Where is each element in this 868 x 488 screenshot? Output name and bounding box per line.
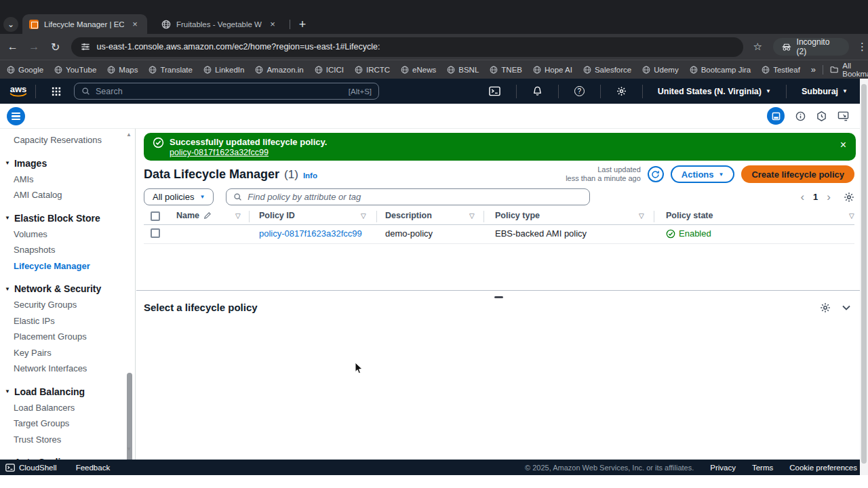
bookmark-item[interactable]: Amazon.in — [255, 66, 303, 74]
bookmark-item[interactable]: Testleaf — [762, 66, 800, 74]
cookie-preferences-link[interactable]: Cookie preferences — [789, 464, 857, 472]
new-tab-button[interactable]: + — [294, 16, 311, 33]
feedback-link[interactable]: Feedback — [76, 464, 111, 472]
tab-search-button[interactable]: ⌄ — [3, 17, 18, 32]
column-header-policy-id[interactable]: Policy ID — [259, 211, 295, 220]
back-button[interactable]: ← — [4, 38, 22, 56]
column-header-description[interactable]: Description — [385, 211, 432, 220]
sidebar-section-elastic-block-store[interactable]: ▼Elastic Block Store — [0, 210, 135, 226]
sidebar-item-lifecycle-manager[interactable]: Lifecycle Manager — [0, 258, 135, 274]
all-bookmarks-button[interactable]: All Bookmarks — [830, 62, 868, 78]
column-header-name[interactable]: Name — [176, 211, 212, 220]
account-menu[interactable]: Subburaj▼ — [793, 87, 856, 96]
sidebar-item-amis[interactable]: AMIs — [0, 171, 135, 188]
create-lifecycle-policy-button[interactable]: Create lifecycle policy — [741, 165, 854, 183]
incognito-badge[interactable]: Incognito (2) — [773, 38, 849, 56]
bookmark-item[interactable]: TNEB — [490, 66, 522, 74]
current-page[interactable]: 1 — [813, 192, 818, 202]
bookmark-item[interactable]: eNews — [401, 66, 436, 74]
help-button[interactable]: ? — [566, 86, 593, 96]
reload-button[interactable]: ↻ — [47, 38, 64, 56]
scroll-up-icon[interactable]: ▲ — [126, 131, 132, 138]
bookmark-item[interactable]: YouTube — [54, 66, 96, 74]
sidebar-toggle-button[interactable] — [7, 107, 25, 125]
sidebar-item-key-pairs[interactable]: Key Pairs — [0, 345, 135, 361]
actions-button[interactable]: Actions▼ — [671, 165, 735, 183]
column-filter-icon[interactable]: ▽ — [469, 212, 475, 220]
services-menu-button[interactable] — [43, 87, 70, 96]
sidebar-item-placement-groups[interactable]: Placement Groups — [0, 329, 135, 345]
row-checkbox[interactable] — [151, 228, 160, 238]
bookmark-item[interactable]: BSNL — [447, 66, 479, 74]
info-button[interactable] — [795, 111, 806, 121]
policy-filter-input[interactable] — [248, 192, 583, 202]
bookmark-item[interactable]: Translate — [149, 66, 193, 74]
column-header-policy-state[interactable]: Policy state — [666, 211, 713, 220]
site-info-icon[interactable] — [81, 42, 90, 52]
forward-button[interactable]: → — [26, 38, 43, 56]
column-filter-icon[interactable]: ▽ — [849, 212, 854, 220]
table-row[interactable]: policy-0817f1623a32fcc99 demo-policy EBS… — [144, 226, 854, 244]
bookmarks-overflow-icon[interactable]: » — [811, 64, 816, 75]
scrollbar-thumb[interactable] — [861, 84, 867, 464]
column-filter-icon[interactable]: ▽ — [361, 212, 366, 220]
sidebar-item-target-groups[interactable]: Target Groups — [0, 415, 135, 432]
panel-preferences-gear-icon[interactable] — [820, 302, 831, 313]
refresh-button[interactable] — [648, 166, 664, 182]
split-panel-drag-handle[interactable] — [494, 296, 503, 298]
bookmark-item[interactable]: IRCTC — [355, 66, 390, 74]
column-filter-icon[interactable]: ▽ — [639, 212, 644, 220]
aws-logo[interactable]: aws — [8, 85, 28, 98]
previous-page-button[interactable]: ‹ — [800, 191, 804, 203]
sidebar-item-network-interfaces[interactable]: Network Interfaces — [0, 361, 135, 377]
bookmark-item[interactable]: Bootcamp Jira — [690, 66, 751, 74]
sidebar-section-images[interactable]: ▼Images — [0, 155, 135, 171]
split-panel-button[interactable] — [767, 107, 785, 125]
panel-collapse-chevron-icon[interactable] — [842, 305, 850, 310]
terms-link[interactable]: Terms — [752, 464, 773, 472]
policy-filter-box[interactable] — [226, 188, 590, 205]
scroll-down-icon[interactable]: ▼ — [126, 446, 132, 452]
sidebar-item-elastic-ips[interactable]: Elastic IPs — [0, 313, 135, 329]
aws-search-box[interactable]: [Alt+S] — [74, 83, 379, 100]
select-all-checkbox[interactable] — [151, 211, 160, 221]
address-bar[interactable]: us-east-1.console.aws.amazon.com/ec2/hom… — [71, 37, 744, 57]
bookmark-item[interactable]: Google — [7, 66, 43, 74]
column-header-policy-type[interactable]: Policy type — [495, 211, 540, 220]
sidebar-item-security-groups[interactable]: Security Groups — [0, 297, 135, 313]
sidebar-item-ami-catalog[interactable]: AMI Catalog — [0, 187, 135, 203]
page-scrollbar[interactable] — [860, 79, 868, 475]
sidebar-section-load-balancing[interactable]: ▼Load Balancing — [0, 384, 135, 400]
region-selector[interactable]: United States (N. Virginia)▼ — [650, 87, 779, 96]
sidebar-item-snapshots[interactable]: Snapshots — [0, 242, 135, 258]
footer-cloudshell-button[interactable]: CloudShell — [5, 464, 57, 472]
sidebar-item-capacity-reservations[interactable]: Capacity Reservations — [0, 132, 135, 148]
health-button[interactable] — [816, 111, 827, 121]
tab-active[interactable]: Lifecycle Manager | EC2 | us-ea × — [22, 14, 147, 34]
browser-menu-icon[interactable]: ⋮ — [857, 41, 868, 53]
tab-inactive[interactable]: Fruitables - Vegetable Website × — [155, 14, 285, 34]
privacy-link[interactable]: Privacy — [710, 464, 736, 472]
close-icon[interactable]: × — [840, 139, 846, 151]
sidebar-item-trust-stores[interactable]: Trust Stores — [0, 432, 135, 448]
policy-scope-select[interactable]: All policies▼ — [144, 188, 214, 205]
sidebar-item-volumes[interactable]: Volumes — [0, 226, 135, 243]
close-tab-icon[interactable]: × — [130, 19, 140, 30]
bookmark-item[interactable]: ICICI — [315, 66, 344, 74]
close-tab-icon[interactable]: × — [267, 19, 278, 30]
feedback-button[interactable] — [837, 111, 849, 121]
bookmark-item[interactable]: Maps — [107, 66, 138, 74]
notifications-button[interactable] — [524, 86, 551, 96]
column-filter-icon[interactable]: ▽ — [235, 212, 241, 220]
bookmark-item[interactable]: Hope AI — [533, 66, 572, 74]
policy-id-link[interactable]: policy-0817f1623a32fcc99 — [259, 228, 362, 239]
bookmark-item[interactable]: LinkedIn — [203, 66, 244, 74]
policy-link[interactable]: policy-0817f1623a32fcc99 — [170, 148, 269, 157]
bookmark-star-icon[interactable]: ☆ — [753, 41, 762, 53]
info-link[interactable]: Info — [303, 171, 317, 180]
sidebar-section-auto-scaling[interactable]: ▼Auto Scaling — [0, 454, 135, 460]
sidebar-item-load-balancers[interactable]: Load Balancers — [0, 400, 135, 416]
sidebar-section-network-security[interactable]: ▼Network & Security — [0, 281, 135, 297]
bookmark-item[interactable]: Udemy — [642, 66, 678, 74]
aws-search-input[interactable] — [96, 87, 343, 96]
